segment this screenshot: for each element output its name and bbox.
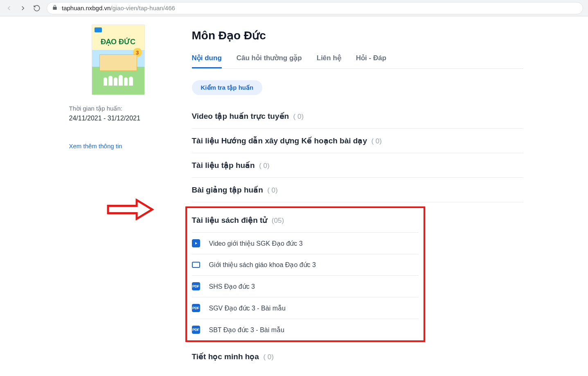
book-cover: ĐẠO ĐỨC 3 [92, 25, 145, 95]
section-title: Tiết học minh họa [192, 352, 259, 361]
ebook-item-video-intro[interactable]: Video giới thiệu SGK Đạo đức 3 [192, 233, 419, 254]
ebook-item-sbt[interactable]: PDF SBT Đạo đức 3 - Bài mẫu [192, 319, 419, 340]
section-lesson-plan-guide[interactable]: Tài liệu Hướng dẫn xây dựng Kế hoạch bài… [192, 129, 523, 153]
section-count: (05) [272, 217, 284, 224]
section-training-lectures[interactable]: Bài giảng tập huấn ( 0) [192, 178, 523, 202]
annotation-arrow-icon [106, 198, 155, 222]
publisher-logo-icon [95, 27, 102, 32]
browser-toolbar: taphuan.nxbgd.vn/giao-vien/tap-huan/466 [0, 0, 588, 16]
more-info-link[interactable]: Xem thêm thông tin [69, 143, 167, 149]
pdf-icon: PDF [192, 326, 200, 334]
training-period-value: 24/11/2021 - 31/12/2021 [69, 115, 167, 122]
ebook-item-label: SBT Đạo đức 3 - Bài mẫu [209, 326, 284, 334]
video-play-icon [192, 239, 200, 247]
book-cover-illustration [99, 54, 137, 71]
section-training-docs[interactable]: Tài liệu tập huấn ( 0) [192, 153, 523, 178]
section-ebooks[interactable]: Tài liệu sách điện tử (05) [192, 208, 419, 233]
section-count: ( 0) [371, 137, 382, 145]
tab-contact[interactable]: Liên hệ [317, 54, 341, 68]
forward-button[interactable] [19, 4, 27, 12]
pdf-icon: PDF [192, 282, 200, 290]
section-title: Video tập huấn trực tuyến [192, 112, 289, 120]
tab-faq[interactable]: Câu hỏi thường gặp [237, 54, 302, 68]
ebook-item-label: Video giới thiệu SGK Đạo đức 3 [209, 240, 303, 247]
section-title: Tài liệu tập huấn [192, 161, 255, 170]
tab-content[interactable]: Nội dung [192, 54, 222, 68]
reload-button[interactable] [33, 4, 41, 12]
lock-icon [52, 5, 58, 11]
section-count: ( 0) [263, 353, 274, 361]
book-cover-kids [104, 72, 133, 86]
tabs: Nội dung Câu hỏi thường gặp Liên hệ Hỏi … [192, 54, 523, 69]
presentation-icon [192, 262, 200, 268]
pdf-icon: PDF [192, 304, 200, 312]
section-demo-lesson[interactable]: Tiết học minh họa ( 0) [192, 344, 523, 369]
ebook-item-label: SGV Đạo đức 3 - Bài mẫu [209, 304, 286, 312]
back-button [5, 4, 13, 12]
annotation-highlight-box: Tài liệu sách điện tử (05) Video giới th… [185, 206, 425, 342]
ebook-item-presentation[interactable]: Giới thiệu sách giáo khoa Đạo đức 3 [192, 254, 419, 276]
ebook-item-shs[interactable]: PDF SHS Đạo đức 3 [192, 276, 419, 297]
training-period-label: Thời gian tập huấn: [69, 105, 167, 112]
section-count: ( 0) [259, 162, 270, 170]
check-training-button[interactable]: Kiểm tra tập huấn [192, 80, 263, 95]
ebook-item-sgv[interactable]: PDF SGV Đạo đức 3 - Bài mẫu [192, 297, 419, 319]
section-title: Bài giảng tập huấn [192, 186, 263, 194]
section-count: ( 0) [293, 113, 304, 120]
sidebar: ĐẠO ĐỨC 3 Thời gian tập huấn: 24/11/2021… [49, 25, 167, 369]
ebook-item-label: SHS Đạo đức 3 [209, 283, 255, 290]
url-bar[interactable]: taphuan.nxbgd.vn/giao-vien/tap-huan/466 [47, 2, 583, 14]
section-online-video[interactable]: Video tập huấn trực tuyến ( 0) [192, 104, 523, 129]
section-title: Tài liệu Hướng dẫn xây dựng Kế hoạch bài… [192, 136, 367, 145]
section-count: ( 0) [267, 186, 278, 194]
ebook-item-label: Giới thiệu sách giáo khoa Đạo đức 3 [209, 261, 316, 269]
page-title: Môn Đạo Đức [192, 29, 523, 42]
tab-qa[interactable]: Hỏi - Đáp [356, 54, 386, 68]
section-title: Tài liệu sách điện tử [192, 216, 268, 224]
main-content: Môn Đạo Đức Nội dung Câu hỏi thường gặp … [192, 25, 540, 369]
book-cover-title: ĐẠO ĐỨC [92, 37, 144, 46]
url-text: taphuan.nxbgd.vn/giao-vien/tap-huan/466 [62, 5, 175, 11]
